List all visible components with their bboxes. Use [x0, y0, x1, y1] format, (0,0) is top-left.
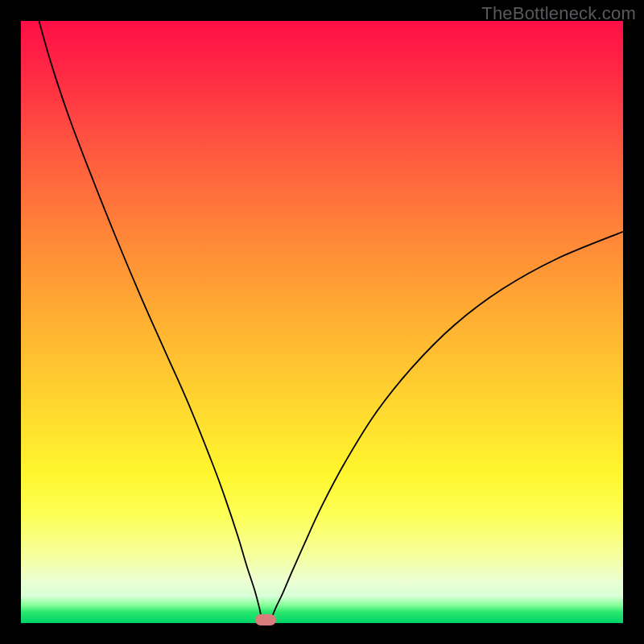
curve-left	[39, 21, 262, 620]
watermark-text: TheBottleneck.com	[481, 3, 636, 24]
curve-right	[270, 232, 623, 620]
curve-svg	[21, 21, 623, 623]
chart-area	[21, 21, 623, 623]
bottleneck-marker	[255, 614, 276, 625]
